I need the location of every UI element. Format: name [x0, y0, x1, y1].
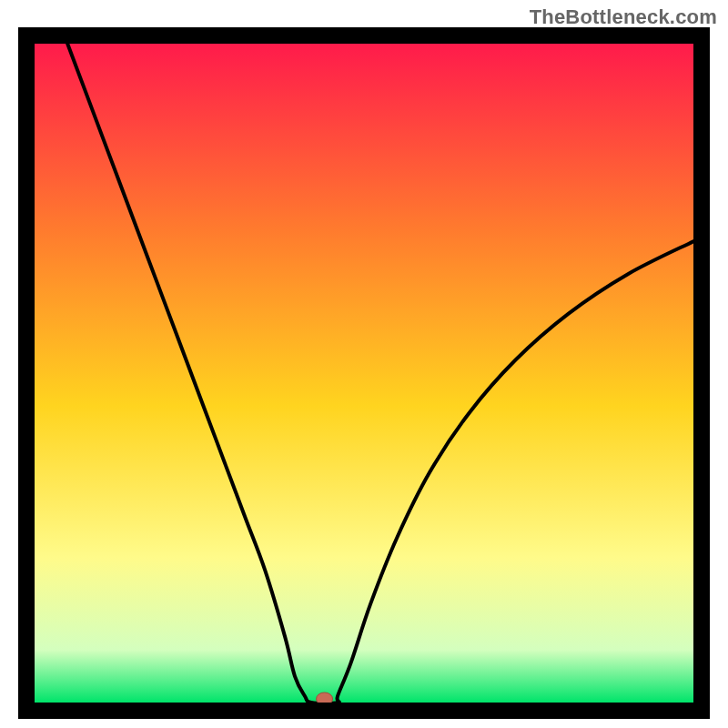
gradient-background: [35, 44, 693, 703]
watermark-text: TheBottleneck.com: [530, 5, 717, 29]
chart-frame: [18, 27, 710, 719]
chart-svg: [35, 44, 693, 703]
selection-marker: [317, 693, 333, 703]
